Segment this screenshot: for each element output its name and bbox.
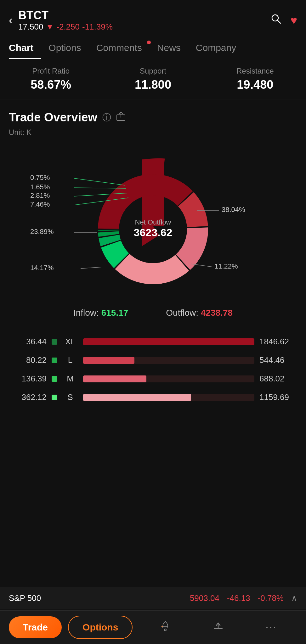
l-inflow-val: 80.22 — [9, 355, 47, 365]
s-inflow-indicator — [52, 395, 57, 400]
ticker-symbol: BTCT — [18, 9, 113, 22]
xl-inflow-indicator — [52, 339, 57, 345]
trade-row-m: 136.39 M 688.02 — [9, 374, 297, 384]
xl-category: XL — [62, 337, 78, 347]
section-title: Trade Overview — [9, 111, 97, 124]
svg-text:2.81%: 2.81% — [30, 192, 50, 199]
flow-summary: Inflow: 615.17 Outflow: 4238.78 — [9, 308, 297, 318]
stat-profit-value: 58.67% — [0, 78, 102, 92]
m-outflow-val: 688.02 — [259, 374, 297, 384]
outflow-label: Outflow: — [166, 308, 198, 318]
header-left: ‹ BTCT 17.500 ▼ -2.250 -11.39% — [9, 9, 113, 32]
outflow-summary: Outflow: 4238.78 — [166, 308, 233, 318]
unit-label: Unit: K — [9, 128, 297, 137]
comments-notification-dot — [147, 41, 151, 44]
favorite-icon[interactable]: ♥ — [291, 14, 297, 27]
donut-chart-svg: Net Outflow 3623.62 38.04% 11.22% 14.17%… — [11, 144, 295, 308]
sp500-change-pct: -0.78% — [258, 593, 284, 603]
stat-profit-ratio: Profit Ratio 58.67% — [0, 67, 102, 92]
svg-text:7.46%: 7.46% — [30, 200, 50, 208]
svg-line-10 — [81, 267, 103, 269]
trade-row-l: 80.22 L 544.46 — [9, 355, 297, 365]
stat-support: Support 11.800 — [102, 67, 204, 92]
m-bar-container — [83, 375, 254, 382]
stats-row: Profit Ratio 58.67% Support 11.800 Resis… — [0, 59, 306, 99]
l-inflow-indicator — [52, 358, 57, 363]
l-bar — [83, 357, 134, 364]
m-inflow-indicator — [52, 376, 57, 382]
sp500-price: 5903.04 — [190, 593, 219, 603]
more-options-icon[interactable]: ⋯ — [265, 621, 276, 634]
l-category: L — [62, 355, 78, 365]
stat-resistance: Resistance 19.480 — [204, 67, 306, 92]
ticker-expand-icon[interactable]: ∧ — [291, 593, 297, 603]
svg-line-1 — [277, 20, 280, 23]
trade-rows: 36.44 XL 1846.62 80.22 L 544.46 136.39 M… — [0, 337, 306, 402]
tab-chart[interactable]: Chart — [9, 37, 41, 59]
tabs-bar: Chart Options Comments News Company — [0, 37, 306, 59]
stat-profit-label: Profit Ratio — [0, 67, 102, 75]
l-outflow-val: 544.46 — [259, 355, 297, 365]
price-change-pct: -11.39% — [82, 22, 113, 32]
tab-news[interactable]: News — [157, 37, 188, 59]
trade-row-xl: 36.44 XL 1846.62 — [9, 337, 297, 347]
sp500-name: S&P 500 — [9, 593, 56, 603]
svg-text:11.22%: 11.22% — [214, 262, 238, 270]
header-icons: ♥ — [270, 13, 297, 27]
trade-row-s: 362.12 S 1159.69 — [9, 392, 297, 402]
notification-icon[interactable] — [160, 620, 171, 635]
xl-bar-container — [83, 338, 254, 345]
bottom-nav: Trade Options ⋯ — [0, 610, 306, 644]
l-bar-container — [83, 357, 254, 364]
xl-bar — [83, 338, 254, 345]
nav-icons: ⋯ — [139, 620, 297, 635]
outflow-value: 4238.78 — [201, 308, 233, 318]
upload-icon[interactable] — [212, 620, 224, 635]
bottom-ticker-bar: S&P 500 5903.04 -46.13 -0.78% ∧ — [0, 587, 306, 609]
svg-text:1.65%: 1.65% — [30, 183, 50, 191]
svg-line-14 — [74, 178, 125, 185]
s-bar-container — [83, 394, 254, 401]
s-inflow-val: 362.12 — [9, 392, 47, 402]
tab-comments[interactable]: Comments — [96, 37, 150, 59]
svg-rect-24 — [165, 621, 166, 622]
xl-outflow-val: 1846.62 — [259, 337, 297, 347]
ticker-price-row: 17.500 ▼ -2.250 -11.39% — [18, 22, 113, 32]
inflow-value: 615.17 — [101, 308, 128, 318]
s-category: S — [62, 392, 78, 402]
header: ‹ BTCT 17.500 ▼ -2.250 -11.39% ♥ — [0, 0, 306, 37]
sp500-change: -46.13 — [227, 593, 250, 603]
m-inflow-val: 136.39 — [9, 374, 47, 384]
info-icon[interactable]: ⓘ — [102, 112, 111, 124]
inflow-summary: Inflow: 615.17 — [73, 308, 128, 318]
tab-company[interactable]: Company — [196, 37, 244, 59]
price-change: -2.250 — [56, 22, 80, 32]
options-button[interactable]: Options — [68, 616, 133, 639]
tab-options[interactable]: Options — [48, 37, 88, 59]
svg-text:3623.62: 3623.62 — [134, 226, 173, 238]
section-title-row: Trade Overview ⓘ — [9, 111, 297, 124]
donut-chart-container: Net Outflow 3623.62 38.04% 11.22% 14.17%… — [9, 144, 297, 308]
svg-text:14.17%: 14.17% — [30, 264, 54, 272]
trade-overview-section: Trade Overview ⓘ Unit: K — [0, 99, 306, 337]
search-icon[interactable] — [270, 13, 282, 27]
svg-text:Net Outflow: Net Outflow — [135, 218, 171, 226]
back-button[interactable]: ‹ — [9, 14, 13, 27]
svg-rect-22 — [163, 627, 168, 628]
m-category: M — [62, 374, 78, 384]
stat-support-value: 11.800 — [102, 78, 204, 92]
share-icon[interactable] — [116, 112, 126, 123]
s-outflow-val: 1159.69 — [259, 392, 297, 402]
price-arrow-icon: ▼ — [46, 22, 54, 32]
trade-button[interactable]: Trade — [9, 616, 62, 638]
svg-point-23 — [164, 629, 166, 631]
ticker-info: BTCT 17.500 ▼ -2.250 -11.39% — [18, 9, 113, 32]
m-bar — [83, 375, 146, 382]
inflow-label: Inflow: — [73, 308, 99, 318]
svg-text:23.89%: 23.89% — [30, 228, 54, 236]
price-value: 17.500 — [18, 22, 43, 32]
svg-text:38.04%: 38.04% — [222, 206, 245, 214]
stat-resistance-value: 19.480 — [204, 78, 306, 92]
xl-inflow-val: 36.44 — [9, 337, 47, 347]
svg-text:0.75%: 0.75% — [30, 174, 50, 181]
